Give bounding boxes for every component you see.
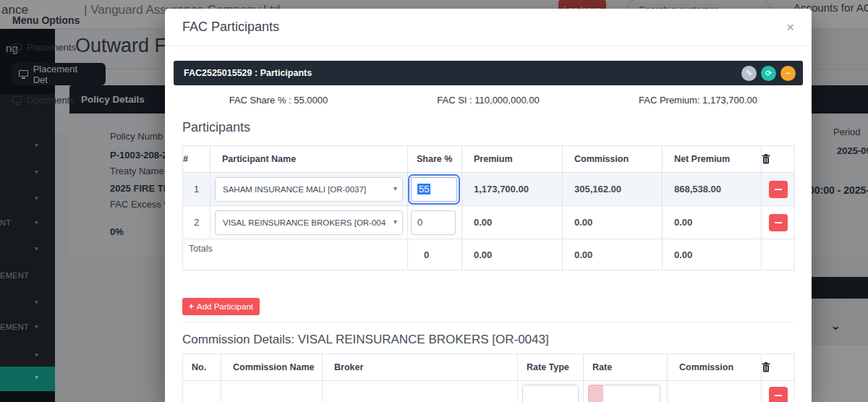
commission-name-cell [221,381,323,402]
commission-row-partial [183,381,795,402]
col-premium: Premium [462,146,563,173]
col-commission: Commission [563,146,663,173]
premium-cell: 0.00 [462,206,563,239]
col-rate-type: Rate Type [518,354,584,381]
minus-icon [775,189,782,190]
totals-empty-cell [762,239,795,270]
rate-input-group[interactable] [588,385,660,402]
section-divider [182,322,794,322]
modal-header: FAC Participants × [165,9,812,46]
participant-row: 2 VISAL REINSURANCE BROKERS [OR-004 ▾ 0.… [183,206,795,239]
fac-share-summary: FAC Share % : 55.0000 [174,95,383,106]
totals-commission: 0.00 [563,239,663,270]
col-share: Share % [408,146,462,173]
edit-pencil-icon[interactable]: ✎ [741,66,757,81]
screen: ance | Vanguard Assurance Company Ltd Lo… [0,0,868,402]
share-input[interactable]: 55 [411,177,457,202]
minus-icon [775,222,782,223]
col-net-premium: Net Premium [663,146,762,173]
commission-cell: 305,162.00 [563,173,663,206]
fac-reference-title: FAC2525015529 : Participants [184,68,737,78]
refresh-icon[interactable]: ⟳ [761,66,776,81]
col-delete [762,146,795,173]
close-icon[interactable]: × [786,20,794,34]
delete-cell [762,381,795,402]
totals-net-premium: 0.00 [663,239,762,270]
commission-cell: 0.00 [563,206,663,239]
fac-summary-row: FAC Share % : 55.0000 FAC SI : 110,000,0… [174,95,803,106]
select-caret-icon: ▾ [392,184,397,192]
minus-icon [775,395,782,396]
trash-icon [762,362,770,372]
col-commission-amt: Commission [668,354,762,381]
totals-label: Totals [183,239,408,270]
selected-text: 55 [417,184,430,194]
rate-type-select[interactable] [522,385,579,402]
delete-cell [762,173,795,206]
share-input[interactable] [411,210,456,235]
col-commission-name: Commission Name [221,354,323,381]
col-delete [762,354,795,381]
rate-addon [588,385,603,402]
broker-cell [323,381,518,402]
trash-icon [762,154,770,164]
fac-si-summary: FAC SI : 110,000,000.00 [383,95,593,106]
premium-cell: 1,173,700.00 [462,173,563,206]
net-premium-cell: 0.00 [663,206,762,239]
plus-icon: + [189,302,194,312]
participants-header-row: # Participant Name Share % Premium Commi… [183,146,795,173]
net-premium-cell: 868,538.00 [663,173,762,206]
share-cell: 55 [408,173,462,206]
remove-commission-button[interactable] [769,387,788,402]
rate-type-cell [518,381,584,402]
row-index: 2 [183,206,210,239]
fac-participants-modal: FAC Participants × FAC2525015529 : Parti… [165,9,812,402]
commission-details-heading: Commission Details: VISAL REINSURANCE BR… [182,333,794,347]
participant-name-cell: SAHAM INSURANCE MALI [OR-0037] ▾ [210,173,408,206]
participants-heading: Participants [182,120,794,135]
commission-header-row: No. Commission Name Broker Rate Type Rat… [183,354,795,381]
share-cell [408,206,462,239]
col-participant-name: Participant Name [210,146,408,173]
no-cell [183,381,221,402]
col-rate: Rate [584,354,668,381]
participant-select[interactable]: VISAL REINSURANCE BROKERS [OR-004 ▾ [215,210,403,235]
select-caret-icon: ▾ [392,218,397,226]
add-participant-button[interactable]: + Add Participant [182,298,260,315]
col-broker: Broker [323,354,518,381]
collapse-minus-icon[interactable]: − [780,66,796,81]
fac-portlet-bar: FAC2525015529 : Participants ✎ ⟳ − [174,61,803,85]
commission-table: No. Commission Name Broker Rate Type Rat… [182,354,795,402]
fac-premium-summary: FAC Premium: 1,173,700.00 [593,95,803,106]
col-no: No. [183,354,221,381]
participant-row: 1 SAHAM INSURANCE MALI [OR-0037] ▾ 55 [183,173,795,206]
totals-premium: 0.00 [462,239,563,270]
participants-table: # Participant Name Share % Premium Commi… [182,145,795,270]
delete-cell [762,206,795,239]
participant-name-cell: VISAL REINSURANCE BROKERS [OR-004 ▾ [210,206,408,239]
participant-select[interactable]: SAHAM INSURANCE MALI [OR-0037] ▾ [215,177,403,202]
rate-cell [584,381,668,402]
commission-amount-cell [668,381,762,402]
remove-participant-button[interactable] [769,214,788,231]
participants-section: Participants # Participant Name Share % … [182,120,794,402]
row-index: 1 [183,173,210,206]
modal-title: FAC Participants [182,20,279,35]
remove-participant-button[interactable] [769,181,788,198]
totals-row: Totals 0 0.00 0.00 0.00 [183,239,795,270]
col-index: # [183,146,210,173]
rate-input[interactable] [603,385,660,402]
totals-share: 0 [408,239,462,270]
